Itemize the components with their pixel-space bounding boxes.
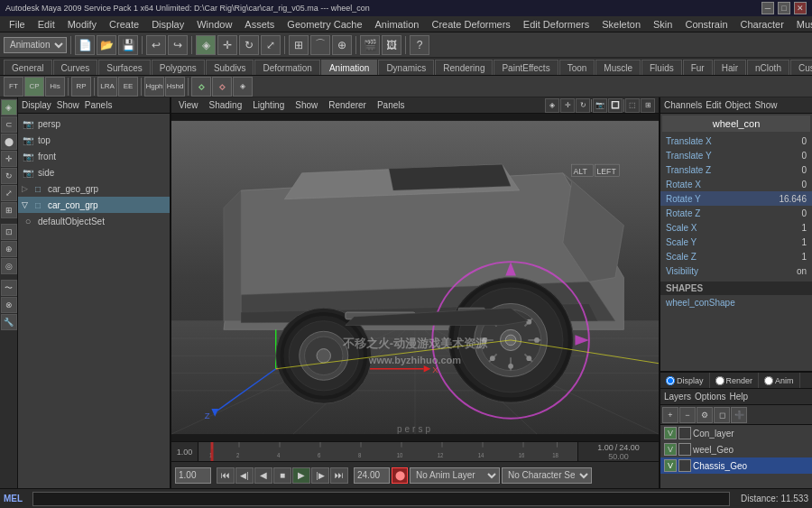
attr-rotate-x[interactable]: Rotate X 0 [660,177,812,191]
le-layer-options-btn[interactable]: ⚙ [697,407,713,423]
outliner-menu-show[interactable]: Show [57,100,79,110]
le-menu-help[interactable]: Help [729,392,748,402]
cb-menu-edit[interactable]: Edit [706,100,721,110]
tab-painteffects[interactable]: PaintEffects [494,60,558,75]
timeline-main[interactable]: 1 2 4 6 8 10 12 [198,442,577,461]
ipr-icon[interactable]: 🖼 [382,35,401,55]
viewport-menu-show[interactable]: Show [291,100,321,110]
scale-tool-btn[interactable]: ⤢ [1,185,17,201]
layer-ref-con[interactable] [678,427,691,439]
menu-modify[interactable]: Modify [62,18,102,31]
shelf-icon-hshd[interactable]: Hshd [165,77,185,97]
rotate-icon[interactable]: ↻ [239,35,259,55]
manip-tool-btn[interactable]: ⊞ [1,202,17,218]
move-tool-btn[interactable]: ✛ [1,151,17,167]
tab-muscle[interactable]: Muscle [595,60,641,75]
minimize-button[interactable]: ─ [761,2,774,14]
tab-general[interactable]: General [4,60,52,75]
attr-rotate-z[interactable]: Rotate Z 0 [660,206,812,220]
go-start-btn[interactable]: ⏮ [217,467,235,484]
attr-translate-z[interactable]: Translate Z 0 [660,162,812,177]
undo-icon[interactable]: ↩ [146,35,166,55]
le-menu-layers[interactable]: Layers [664,392,691,402]
go-end-btn[interactable]: ⏭ [330,467,348,484]
mode-selector[interactable]: Animation [4,37,67,53]
outliner-item-car-geo[interactable]: ▷ □ car_geo_grp [18,180,170,197]
command-input[interactable] [32,492,730,506]
shelf-icon-2[interactable]: CP [24,77,44,97]
snap-point-icon[interactable]: ⊕ [332,35,352,55]
snap-to-btn[interactable]: ⊕ [1,241,17,257]
le-delete-layer-btn[interactable]: − [679,407,696,423]
viewport-menu-renderer[interactable]: Renderer [325,100,370,110]
menu-muscle[interactable]: Muscle [791,18,812,31]
pivot-btn[interactable]: ⊗ [1,297,17,313]
layer-visible-con[interactable]: V [664,427,677,439]
start-frame-input[interactable] [175,467,211,484]
le-radio-display[interactable] [666,376,675,385]
anim-layer-selector[interactable]: No Anim Layer [410,467,500,484]
shelf-icon-extra[interactable]: ◈ [233,77,253,97]
menu-constrain[interactable]: Constrain [679,18,733,31]
le-radio-anim[interactable] [764,376,773,385]
tab-curves[interactable]: Curves [53,60,98,75]
tab-rendering[interactable]: Rendering [435,60,493,75]
open-file-icon[interactable]: 📂 [97,35,116,55]
character-set-selector[interactable]: No Character Set [502,467,592,484]
viewport-menu-shading[interactable]: Shading [206,100,246,110]
cb-menu-object[interactable]: Object [725,100,752,110]
tab-dynamics[interactable]: Dynamics [378,60,434,75]
vp-move-icon[interactable]: ✛ [560,98,575,113]
show-manip-btn[interactable]: 🔧 [1,314,17,330]
select-tool-btn[interactable]: ◈ [1,99,17,115]
tab-subdivs[interactable]: Subdivs [206,60,254,75]
cb-menu-show[interactable]: Show [754,100,777,110]
menu-skin[interactable]: Skin [648,18,678,31]
menu-animation[interactable]: Animation [370,18,425,31]
le-tab-display[interactable]: Display [660,373,710,388]
shelf-icon-1[interactable]: FT [4,77,23,97]
viewport-menu-view[interactable]: View [175,100,202,110]
shelf-icon-key2[interactable]: ⋄ [212,77,232,97]
vp-cam-icon[interactable]: 📷 [593,98,607,113]
layer-chassis[interactable]: V Chassis_Geo [660,457,812,474]
redo-icon[interactable]: ↪ [168,35,188,55]
attr-translate-x[interactable]: Translate X 0 [660,134,812,148]
outliner-item-default-set[interactable]: ○ defaultObjectSet [18,213,170,229]
layer-visible-weel[interactable]: V [664,443,677,456]
viewport-canvas[interactable]: X Y Z [171,114,659,441]
le-new-layer-btn[interactable]: + [662,407,678,423]
vp-rotate-icon[interactable]: ↻ [576,98,590,113]
attr-translate-y[interactable]: Translate Y 0 [660,148,812,162]
menu-display[interactable]: Display [146,18,189,31]
layer-ref-weel[interactable] [678,443,691,456]
attr-scale-z[interactable]: Scale Z 1 [660,249,812,263]
layer-ref-chassis[interactable] [678,459,691,472]
shelf-icon-hgph[interactable]: Hgph [144,77,164,97]
soft-sel-btn[interactable]: ◎ [1,258,17,274]
maximize-button[interactable]: □ [778,2,790,14]
outliner-menu-panels[interactable]: Panels [85,100,113,110]
le-menu-options[interactable]: Options [695,392,725,402]
vp-grid-icon[interactable]: ⊞ [641,98,655,113]
step-back-btn[interactable]: ◀| [235,467,254,484]
outliner-item-car-con[interactable]: ▽ □ car_con_grp [18,197,170,213]
viewport-menu-panels[interactable]: Panels [374,100,409,110]
tab-ncloth[interactable]: nCloth [747,60,789,75]
menu-edit-deformers[interactable]: Edit Deformers [518,18,595,31]
attr-scale-x[interactable]: Scale X 1 [660,220,812,235]
le-add-sel-btn[interactable]: ➕ [731,407,747,423]
le-tab-render[interactable]: Render [710,373,760,388]
stop-btn[interactable]: ■ [273,467,291,484]
tab-fur[interactable]: Fur [683,60,713,75]
shapes-object-name[interactable]: wheel_conShape [660,295,812,309]
menu-file[interactable]: File [4,18,31,31]
menu-assets[interactable]: Assets [239,18,280,31]
curve-sel-btn[interactable]: 〜 [1,280,17,296]
menu-create[interactable]: Create [104,18,144,31]
shelf-icon-ee[interactable]: EE [118,77,138,97]
play-fwd-btn[interactable]: ▶ [292,467,310,484]
menu-window[interactable]: Window [191,18,237,31]
move-icon[interactable]: ✛ [217,35,237,55]
layer-weel[interactable]: V weel_Geo [660,441,812,457]
